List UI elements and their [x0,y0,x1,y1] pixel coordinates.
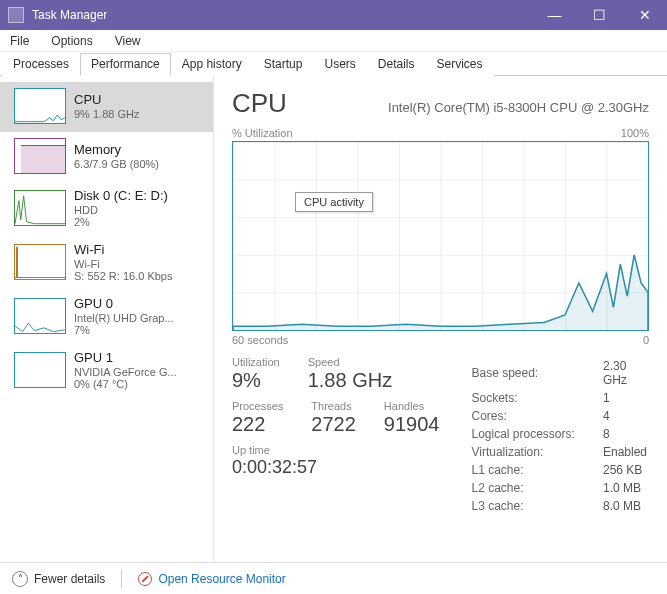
wifi-thumb [14,244,66,280]
info-label: Cores: [471,408,600,424]
sidebar-item-sub: 9% 1.88 GHz [74,108,139,120]
sidebar-item-sub: 6.3/7.9 GB (80%) [74,158,159,170]
sidebar-item-wifi[interactable]: Wi-Fi Wi-Fi S: 552 R: 16.0 Kbps [0,236,213,290]
info-label: L2 cache: [471,480,600,496]
stat: Speed1.88 GHz [308,356,392,392]
tab-services[interactable]: Services [426,53,494,76]
uptime-label: Up time [232,444,439,456]
sidebar-item-disk0[interactable]: Disk 0 (C: E: D:) HDD 2% [0,182,213,236]
minimize-button[interactable]: — [532,0,577,30]
open-resource-monitor-link[interactable]: Open Resource Monitor [138,572,285,586]
sidebar-item-sub: Wi-Fi [74,258,172,270]
info-value: 8 [603,426,647,442]
stat-value: 1.88 GHz [308,369,392,392]
stat-value: 9% [232,369,280,392]
menubar: File Options View [0,30,667,52]
info-value: 4 [603,408,647,424]
sidebar-item-gpu1[interactable]: GPU 1 NVIDIA GeForce G... 0% (47 °C) [0,344,213,398]
sidebar-item-label: CPU [74,92,139,107]
tab-details[interactable]: Details [367,53,426,76]
chart-ymax: 100% [621,127,649,139]
maximize-button[interactable]: ☐ [577,0,622,30]
sidebar-item-gpu0[interactable]: GPU 0 Intel(R) UHD Grap... 7% [0,290,213,344]
sidebar-item-sub2: S: 552 R: 16.0 Kbps [74,270,172,282]
sidebar-item-sub: Intel(R) UHD Grap... [74,312,174,324]
cpu-thumb [14,88,66,124]
info-label: L3 cache: [471,498,600,514]
disk-thumb [14,190,66,226]
tabs: Processes Performance App history Startu… [0,52,667,76]
gpu1-thumb [14,352,66,388]
separator [121,570,122,588]
stat-value: 222 [232,413,283,436]
info-label: Base speed: [471,358,600,388]
sidebar-item-memory[interactable]: Memory 6.3/7.9 GB (80%) [0,132,213,182]
chart-ylabel: % Utilization [232,127,293,139]
chart-tooltip: CPU activity [295,192,373,212]
sidebar-item-sub2: 7% [74,324,174,336]
info-value: 256 KB [603,462,647,478]
sidebar-item-label: GPU 1 [74,350,177,365]
stat-label: Utilization [232,356,280,368]
tab-app-history[interactable]: App history [171,53,253,76]
titlebar: Task Manager — ☐ ✕ [0,0,667,30]
tab-users[interactable]: Users [313,53,366,76]
main-panel: CPU Intel(R) Core(TM) i5-8300H CPU @ 2.3… [214,76,667,562]
stat-label: Handles [384,400,440,412]
sidebar-item-sub: HDD [74,204,168,216]
stat-label: Threads [311,400,356,412]
stat-label: Speed [308,356,392,368]
chevron-up-icon: ˄ [12,571,28,587]
info-label: Logical processors: [471,426,600,442]
info-label: L1 cache: [471,462,600,478]
info-label: Sockets: [471,390,600,406]
chart-xmin: 0 [643,334,649,346]
sidebar-item-sub: NVIDIA GeForce G... [74,366,177,378]
chart-xmax: 60 seconds [232,334,288,346]
info-value: 1.0 MB [603,480,647,496]
sidebar-item-label: Disk 0 (C: E: D:) [74,188,168,203]
info-value: Enabled [603,444,647,460]
info-label: Virtualization: [471,444,600,460]
sidebar-item-label: Wi-Fi [74,242,172,257]
stat: Processes222 [232,400,283,436]
sidebar-item-label: Memory [74,142,159,157]
stat-value: 91904 [384,413,440,436]
orm-label: Open Resource Monitor [158,572,285,586]
info-value: 2.30 GHz [603,358,647,388]
footer: ˄ Fewer details Open Resource Monitor [0,562,667,594]
stat: Utilization9% [232,356,280,392]
fewer-details-label: Fewer details [34,572,105,586]
cpu-chart[interactable]: CPU activity [232,141,649,331]
resource-monitor-icon [138,572,152,586]
stat-value: 2722 [311,413,356,436]
memory-thumb [14,138,66,174]
menu-options[interactable]: Options [47,32,96,50]
sidebar-item-label: GPU 0 [74,296,174,311]
info-value: 1 [603,390,647,406]
tab-startup[interactable]: Startup [253,53,314,76]
info-value: 8.0 MB [603,498,647,514]
fewer-details-button[interactable]: ˄ Fewer details [12,571,105,587]
cpu-info-table: Base speed:2.30 GHzSockets:1Cores:4Logic… [469,356,649,516]
sidebar[interactable]: CPU 9% 1.88 GHz Memory 6.3/7.9 GB (80%) … [0,76,214,562]
uptime-value: 0:00:32:57 [232,457,439,478]
sidebar-item-sub2: 0% (47 °C) [74,378,177,390]
sidebar-item-cpu[interactable]: CPU 9% 1.88 GHz [0,82,213,132]
stat: Threads2722 [311,400,356,436]
menu-file[interactable]: File [6,32,33,50]
stat-label: Processes [232,400,283,412]
cpu-model: Intel(R) Core(TM) i5-8300H CPU @ 2.30GHz [388,100,649,115]
close-button[interactable]: ✕ [622,0,667,30]
page-title: CPU [232,88,287,119]
tab-performance[interactable]: Performance [80,53,171,76]
gpu0-thumb [14,298,66,334]
stat: Handles91904 [384,400,440,436]
menu-view[interactable]: View [111,32,145,50]
tab-processes[interactable]: Processes [2,53,80,76]
window-title: Task Manager [32,8,532,22]
app-icon [8,7,24,23]
sidebar-item-sub2: 2% [74,216,168,228]
